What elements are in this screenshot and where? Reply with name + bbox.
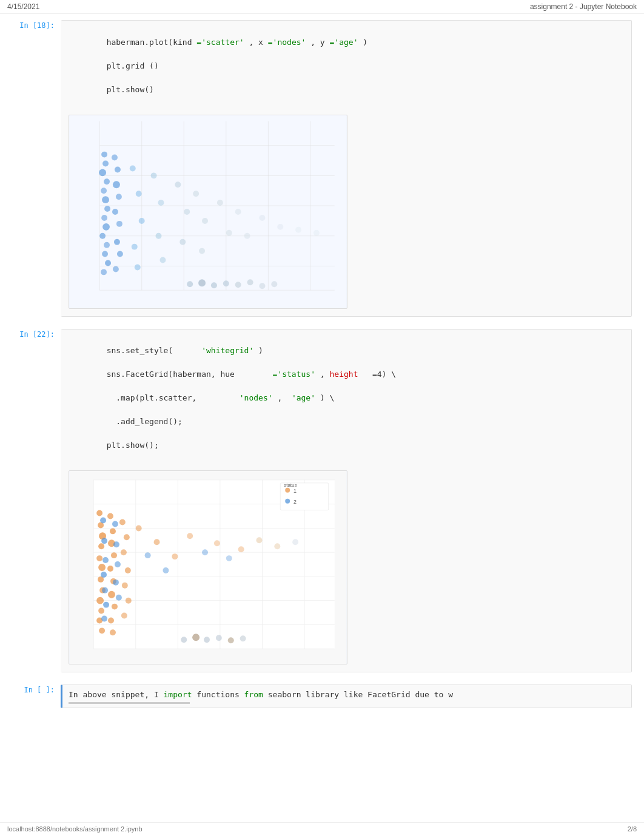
svg-point-31 [112, 209, 118, 215]
svg-point-99 [107, 566, 113, 572]
svg-point-60 [198, 279, 206, 286]
svg-point-118 [101, 616, 107, 622]
svg-point-112 [100, 518, 106, 524]
svg-point-28 [115, 166, 121, 172]
svg-point-127 [163, 567, 169, 573]
svg-point-138 [192, 634, 200, 641]
svg-point-64 [247, 279, 253, 285]
svg-point-122 [113, 580, 119, 586]
svg-point-50 [199, 248, 205, 254]
svg-point-140 [216, 635, 222, 641]
svg-point-48 [193, 191, 199, 197]
cell-18-content[interactable]: haberman.plot(kind ='scatter' , x ='node… [61, 20, 632, 317]
svg-point-116 [102, 587, 108, 593]
cell-empty-content[interactable]: In above snippet, I import functions fro… [61, 685, 632, 708]
svg-point-13 [101, 151, 107, 157]
svg-point-59 [187, 281, 193, 287]
svg-point-103 [108, 617, 114, 623]
svg-point-32 [116, 220, 122, 226]
svg-point-135 [274, 543, 280, 549]
svg-point-106 [124, 534, 130, 540]
code-line-1: haberman.plot(kind ='scatter' , x ='node… [107, 38, 368, 47]
svg-point-123 [116, 595, 122, 601]
svg-point-96 [110, 528, 116, 534]
svg-point-101 [108, 591, 115, 598]
svg-point-38 [139, 217, 145, 223]
svg-point-61 [211, 282, 217, 288]
svg-point-14 [102, 160, 109, 166]
svg-point-65 [259, 283, 265, 289]
svg-point-63 [235, 282, 241, 288]
svg-point-126 [154, 539, 160, 545]
svg-point-83 [96, 510, 102, 516]
svg-point-24 [102, 251, 108, 257]
svg-point-113 [101, 538, 107, 544]
svg-point-131 [214, 540, 220, 546]
svg-point-20 [101, 214, 107, 220]
svg-point-92 [98, 608, 104, 614]
marquee-bar [69, 702, 190, 704]
code-22-line-2: sns.FacetGrid(haberman, hue ='status' , … [107, 370, 396, 379]
svg-point-23 [104, 242, 110, 248]
svg-point-88 [98, 564, 106, 571]
svg-point-146 [285, 499, 290, 504]
cell-18-code: haberman.plot(kind ='scatter' , x ='node… [69, 24, 625, 107]
svg-point-52 [226, 229, 232, 235]
svg-point-95 [107, 513, 113, 519]
svg-point-98 [111, 552, 117, 558]
svg-point-114 [102, 557, 109, 563]
svg-point-15 [99, 169, 106, 176]
svg-point-66 [271, 281, 277, 287]
svg-point-42 [158, 200, 164, 206]
svg-point-46 [184, 209, 190, 215]
cell-empty: In [ ]: In above snippet, I import funct… [12, 685, 632, 708]
cell-18: In [18]: haberman.plot(kind ='scatter' ,… [12, 20, 632, 317]
svg-text:1: 1 [293, 488, 297, 494]
svg-point-132 [226, 555, 232, 561]
cell-22-code: sns.set_style( 'whitegrid' ) sns.FacetGr… [69, 333, 625, 464]
svg-point-35 [113, 266, 119, 272]
svg-point-109 [122, 583, 128, 589]
cell-22-content[interactable]: sns.set_style( 'whitegrid' ) sns.FacetGr… [61, 329, 632, 673]
svg-point-53 [235, 209, 241, 215]
cell-22: In [22]: sns.set_style( 'whitegrid' ) sn… [12, 329, 632, 673]
code-22-line-1: sns.set_style( 'whitegrid' ) [107, 346, 263, 355]
svg-point-119 [112, 521, 118, 527]
code-line-2: plt.grid () [107, 61, 159, 70]
svg-point-57 [295, 226, 301, 232]
svg-point-104 [110, 629, 116, 635]
scatter-plot-1 [69, 115, 347, 309]
svg-point-105 [119, 519, 126, 526]
code-22-line-3: .map(plt.scatter, 'nodes' , 'age' ) \ [107, 393, 335, 402]
svg-point-128 [172, 553, 178, 559]
svg-point-137 [181, 637, 187, 643]
svg-point-17 [101, 188, 107, 194]
svg-rect-0 [69, 115, 346, 308]
svg-text:2: 2 [293, 499, 297, 505]
cell-22-label: In [22]: [12, 329, 61, 673]
svg-point-102 [112, 604, 118, 610]
svg-point-47 [179, 238, 186, 245]
svg-point-16 [104, 178, 110, 184]
svg-point-26 [101, 269, 107, 275]
svg-point-62 [223, 280, 229, 286]
svg-point-29 [113, 181, 120, 188]
svg-point-37 [136, 191, 142, 197]
svg-point-86 [98, 543, 104, 549]
date-label: 4/15/2021 [7, 2, 39, 11]
svg-point-120 [113, 541, 119, 547]
svg-point-124 [136, 525, 142, 531]
svg-text:status: status [284, 482, 297, 488]
svg-point-54 [244, 232, 250, 238]
svg-point-142 [240, 635, 246, 641]
cell-22-output: 1 2 status [69, 467, 625, 668]
svg-point-43 [156, 232, 162, 238]
svg-point-55 [259, 214, 265, 220]
svg-point-45 [175, 181, 181, 188]
code-line-3: plt.show() [107, 85, 154, 94]
svg-point-27 [112, 154, 118, 160]
notebook-title: assignment 2 - Jupyter Notebook [530, 2, 637, 11]
svg-point-22 [99, 232, 106, 238]
svg-point-56 [277, 223, 283, 229]
scatter-plot-2: 1 2 status [69, 470, 347, 664]
